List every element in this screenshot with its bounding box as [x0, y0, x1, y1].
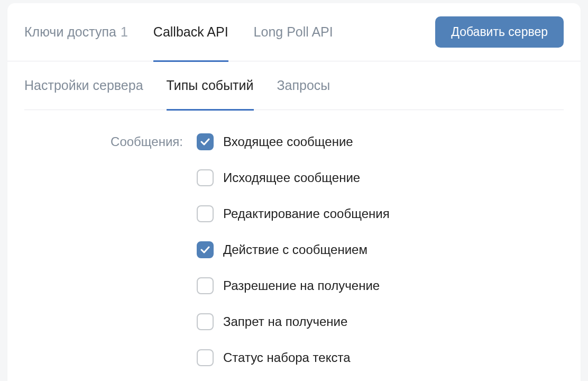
tab-callback-api[interactable]: Callback API	[153, 3, 228, 61]
top-tabs: Ключи доступа 1 Callback API Long Poll A…	[7, 3, 581, 61]
option-label: Исходящее сообщение	[223, 170, 360, 185]
checkbox[interactable]	[197, 313, 214, 330]
check-icon	[200, 138, 210, 146]
option-label: Действие с сообщением	[223, 242, 368, 257]
tab-access-keys[interactable]: Ключи доступа 1	[24, 3, 128, 61]
checkbox[interactable]	[197, 241, 214, 258]
subtab-event-types[interactable]: Типы событий	[167, 61, 254, 110]
options-list: Входящее сообщение Исходящее сообщение Р…	[197, 133, 564, 381]
checkbox[interactable]	[197, 349, 214, 366]
subtab-label: Запросы	[277, 78, 330, 93]
subtab-requests[interactable]: Запросы	[277, 61, 330, 110]
option-edit-message[interactable]: Редактирование сообщения	[197, 205, 564, 222]
tab-label: Callback API	[153, 24, 228, 40]
option-message-action[interactable]: Действие с сообщением	[197, 241, 564, 258]
check-icon	[200, 246, 210, 253]
checkbox[interactable]	[197, 205, 214, 222]
subtab-label: Типы событий	[167, 78, 254, 93]
subtab-server-settings[interactable]: Настройки сервера	[24, 61, 143, 110]
tab-label: Ключи доступа	[24, 24, 116, 40]
event-types-content: Сообщения: Входящее сообщение Исходящее …	[7, 110, 581, 381]
option-label: Входящее сообщение	[223, 134, 353, 149]
subtab-label: Настройки сервера	[24, 78, 143, 93]
tab-count: 1	[121, 24, 128, 40]
checkbox[interactable]	[197, 169, 214, 186]
tab-long-poll-api[interactable]: Long Poll API	[254, 3, 333, 61]
checkbox[interactable]	[197, 133, 214, 150]
add-server-button[interactable]: Добавить сервер	[435, 16, 564, 48]
section-label: Сообщения:	[24, 133, 197, 149]
checkbox[interactable]	[197, 277, 214, 294]
option-typing-status[interactable]: Статус набора текста	[197, 349, 564, 366]
option-outgoing-message[interactable]: Исходящее сообщение	[197, 169, 564, 186]
messages-section: Сообщения: Входящее сообщение Исходящее …	[24, 133, 564, 381]
option-label: Запрет на получение	[223, 314, 347, 329]
option-incoming-message[interactable]: Входящее сообщение	[197, 133, 564, 150]
settings-card: Ключи доступа 1 Callback API Long Poll A…	[7, 3, 581, 381]
sub-tabs: Настройки сервера Типы событий Запросы	[24, 61, 564, 110]
tab-label: Long Poll API	[254, 24, 333, 40]
option-label: Разрешение на получение	[223, 278, 380, 293]
option-allow-receive[interactable]: Разрешение на получение	[197, 277, 564, 294]
option-label: Редактирование сообщения	[223, 206, 390, 221]
option-deny-receive[interactable]: Запрет на получение	[197, 313, 564, 330]
option-label: Статус набора текста	[223, 350, 351, 365]
sub-tabs-container: Настройки сервера Типы событий Запросы	[7, 61, 581, 110]
